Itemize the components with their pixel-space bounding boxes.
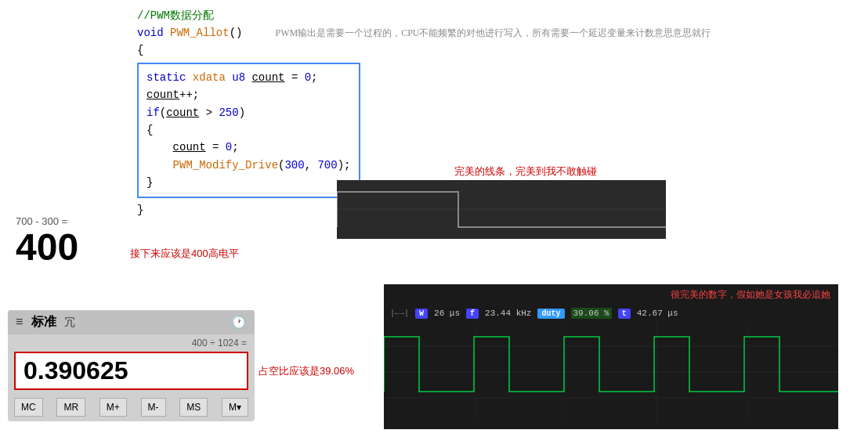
code-line-1: void PWM_Allot() PWM输出是需要一个过程的，CPU不能频繁的对…	[137, 24, 856, 42]
calc-header: ≡ 标准 冗 🕐	[8, 310, 255, 334]
osc-badge-duty: duty	[537, 309, 564, 319]
calc-mc-button[interactable]: MC	[14, 398, 43, 417]
calc-history-icon[interactable]: 🕐	[231, 315, 247, 330]
osc-badge-t: t	[618, 309, 631, 319]
pwm-waveform-area	[337, 180, 666, 239]
code-brace-open: {	[137, 42, 856, 59]
svg-rect-0	[337, 180, 666, 239]
calc-result-value: 400	[16, 229, 106, 266]
annotation-duty: 占空比应该是39.06%	[259, 364, 354, 378]
code-highlight-box: static xdata u8 count = 0; count++; if(c…	[137, 63, 360, 198]
calc-ms-button[interactable]: MS	[179, 398, 208, 417]
calc-formula-label: 700 - 300 =	[16, 215, 106, 227]
calc-mminus-button[interactable]: M-	[141, 398, 166, 417]
osc-value-f: 23.44 kHz	[485, 309, 531, 318]
code-comment-inline: PWM输出是需要一个过程的，CPU不能频繁的对他进行写入，所有需要一个延迟变量来…	[275, 27, 711, 38]
annotation-perfect-line: 完美的线条，完美到我不敢触碰	[454, 164, 597, 179]
pwm-waveform-svg	[337, 180, 666, 239]
osc-toolbar: |←→| W 26 μs f 23.44 kHz duty 39.06 % t …	[384, 305, 838, 321]
calc-formula-display: 400 ÷ 1024 =	[8, 334, 255, 349]
annotation-high-level: 接下来应该是400高电平	[130, 247, 239, 261]
osc-badge-w: W	[415, 309, 428, 319]
osc-markers: |←→|	[390, 309, 409, 318]
calc-display-value: 0.390625	[14, 352, 248, 390]
osc-header-text: 很完美的数字，假如她是女孩我必追她	[384, 284, 838, 305]
osc-waveform-svg	[384, 321, 838, 423]
calc-mmore-button[interactable]: M▾	[222, 398, 248, 417]
calc-mode-icon: 冗	[64, 316, 75, 330]
osc-value-duty: 39.06 %	[571, 308, 612, 319]
osc-badge-f: f	[466, 309, 479, 319]
left-panel: 700 - 300 = 400	[0, 204, 121, 278]
calc-buttons-row: MC MR M+ M- MS M▾	[8, 393, 255, 421]
osc-value-w: 26 μs	[434, 309, 460, 318]
osc-value-t: 42.67 μs	[637, 309, 678, 318]
calculator-widget: ≡ 标准 冗 🕐 400 ÷ 1024 = 0.390625 MC MR M+ …	[8, 310, 255, 421]
oscilloscope-widget: 很完美的数字，假如她是女孩我必追她 |←→| W 26 μs f 23.44 k…	[384, 284, 838, 429]
calc-title: 标准	[31, 314, 56, 330]
calc-menu-icon[interactable]: ≡	[16, 316, 24, 330]
calc-mr-button[interactable]: MR	[56, 398, 85, 417]
calc-mplus-button[interactable]: M+	[99, 398, 127, 417]
code-comment: //PWM数据分配	[137, 8, 856, 24]
